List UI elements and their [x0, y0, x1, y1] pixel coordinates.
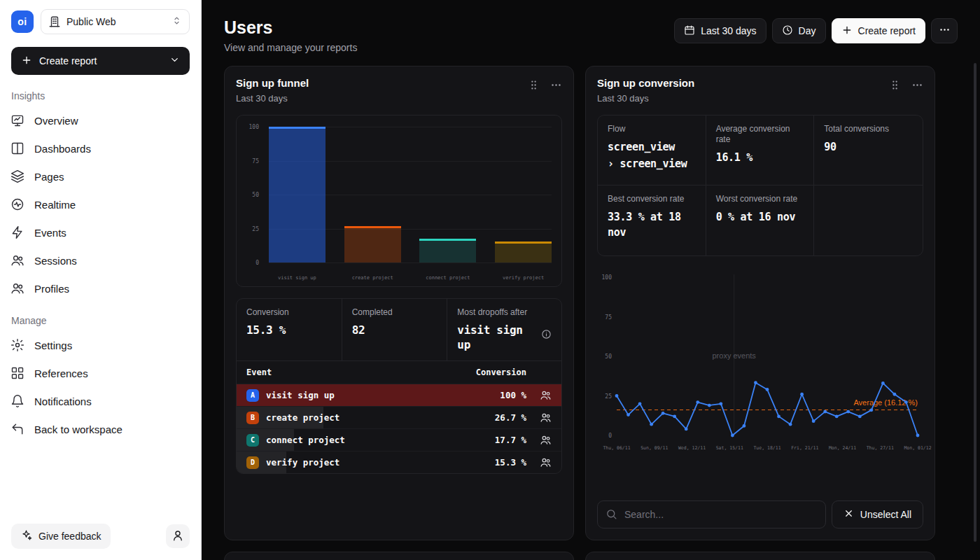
funnel-x-label: create project — [344, 275, 401, 281]
unselect-all-label: Unselect All — [860, 509, 911, 520]
page-title: Users — [224, 18, 357, 37]
card-subtitle: Last 30 days — [236, 93, 309, 104]
page-subtitle: View and manage your reports — [224, 41, 357, 55]
conversion-column-header: Conversion — [466, 368, 526, 377]
sidebar-item-settings[interactable]: Settings — [0, 331, 201, 359]
conversion-chart-svg[interactable]: 0255075100proxy eventsAverage (16.12 %)T… — [597, 270, 923, 454]
create-report-label: Create report — [39, 55, 162, 66]
sidebar-item-notifications[interactable]: Notifications — [0, 387, 201, 415]
users-icon[interactable] — [526, 456, 552, 468]
search-input[interactable] — [597, 500, 826, 528]
date-range-label: Last 30 days — [701, 25, 756, 36]
search-box — [597, 500, 826, 528]
sidebar-item-pages[interactable]: Pages — [0, 162, 201, 190]
info-icon[interactable] — [541, 329, 552, 342]
stat-total-conversions: Total conversions 90 — [814, 115, 923, 186]
stat-value-line2: › screen_view — [608, 156, 696, 172]
funnel-bar[interactable] — [495, 241, 552, 262]
funnel-table-row[interactable]: B create project 26.7 % — [237, 406, 561, 428]
users-icon[interactable] — [526, 434, 552, 446]
svg-text:50: 50 — [605, 354, 612, 360]
funnel-bars — [269, 127, 552, 262]
conversion-value: 17.7 % — [466, 435, 526, 445]
app-logo: oi — [11, 10, 34, 33]
sidebar-item-back-to-workspace[interactable]: Back to workspace — [0, 415, 201, 443]
sidebar-item-dashboards[interactable]: Dashboards — [0, 134, 201, 162]
funnel-xaxis: visit sign upcreate projectconnect proje… — [269, 275, 552, 281]
funnel-bar[interactable] — [419, 239, 476, 262]
workspace-selector[interactable]: Public Web — [41, 9, 190, 34]
svg-text:Fri, 21/11: Fri, 21/11 — [791, 445, 818, 451]
conversion-value: 15.3 % — [466, 457, 526, 468]
funnel-x-label: verify project — [495, 275, 552, 281]
give-feedback-button[interactable]: Give feedback — [11, 524, 111, 549]
stat-label: Most dropoffs after — [457, 307, 552, 318]
event-name: create project — [266, 412, 466, 423]
stat-label: Average conversion rate — [716, 124, 804, 145]
step-letter-badge: C — [246, 434, 259, 447]
references-icon — [10, 366, 24, 380]
date-range-button[interactable]: Last 30 days — [674, 18, 766, 43]
card-menu-icon[interactable] — [911, 79, 923, 94]
stat-value: 16.1 % — [716, 150, 804, 165]
sidebar-item-events[interactable]: Events — [0, 218, 201, 246]
svg-text:proxy events: proxy events — [713, 351, 757, 360]
funnel-card: Sign up funnel Last 30 days 0255075100 — [224, 66, 574, 540]
svg-text:Tue, 18/11: Tue, 18/11 — [753, 445, 780, 451]
main-content: Users View and manage your reports Last … — [202, 0, 980, 560]
create-report-header-label: Create report — [858, 25, 916, 36]
conversion-card: Sign up conversion Last 30 days Flow scr… — [585, 66, 935, 540]
users-icon[interactable] — [526, 412, 552, 424]
workspace-name: Public Web — [66, 16, 166, 27]
funnel-table-row[interactable]: C connect project 17.7 % — [237, 428, 561, 451]
stat-value: visit sign up — [457, 323, 537, 352]
header-actions: Last 30 days Day Create report — [674, 18, 958, 43]
sidebar-item-sessions[interactable]: Sessions — [0, 246, 201, 274]
sidebar-item-realtime[interactable]: Realtime — [0, 190, 201, 218]
stat-conversion: Conversion 15.3 % — [237, 299, 342, 360]
funnel-table-row[interactable]: A visit sign up 100 % — [237, 384, 561, 406]
stat-most-dropoffs: Most dropoffs after visit sign up — [447, 299, 561, 360]
stat-label: Completed — [352, 307, 438, 318]
stat-label: Worst conversion rate — [716, 194, 804, 204]
funnel-bar[interactable] — [269, 127, 326, 262]
stat-flow: Flow screen_view › screen_view — [598, 115, 706, 186]
drag-handle-icon[interactable] — [528, 79, 540, 94]
sidebar-item-label: Settings — [34, 340, 72, 351]
create-report-header-button[interactable]: Create report — [832, 18, 925, 43]
funnel-bar[interactable] — [344, 226, 401, 262]
drag-handle-icon[interactable] — [889, 79, 901, 94]
pages-icon — [10, 169, 24, 183]
card-menu-icon[interactable] — [550, 79, 562, 94]
svg-text:25: 25 — [605, 393, 612, 400]
sidebar-item-label: Profiles — [34, 283, 69, 295]
app: oi Public Web Create report Insights Ove… — [0, 0, 980, 560]
give-feedback-label: Give feedback — [38, 531, 102, 542]
stat-label: Best conversion rate — [608, 194, 696, 204]
stat-label: Total conversions — [824, 124, 913, 134]
stat-value: 15.3 % — [246, 323, 332, 337]
event-name: verify project — [266, 457, 466, 468]
logo-text: oi — [18, 16, 27, 27]
more-options-button[interactable] — [931, 18, 958, 43]
profile-button[interactable] — [166, 524, 190, 548]
interval-button[interactable]: Day — [772, 18, 826, 43]
step-letter-badge: D — [246, 456, 259, 469]
person-icon — [172, 529, 184, 544]
svg-text:Thu, 27/11: Thu, 27/11 — [867, 445, 894, 451]
chevrons-up-down-icon — [172, 15, 182, 28]
users-icon[interactable] — [526, 389, 552, 401]
sidebar-item-overview[interactable]: Overview — [0, 106, 201, 134]
organization-icon — [48, 15, 61, 28]
conversion-chart[interactable]: 0255075100proxy eventsAverage (16.12 %)T… — [597, 267, 923, 489]
create-report-button[interactable]: Create report — [11, 47, 190, 75]
sidebar-item-references[interactable]: References — [0, 359, 201, 387]
funnel-table-row[interactable]: D verify project 15.3 % — [237, 451, 561, 473]
sidebar: oi Public Web Create report Insights Ove… — [0, 0, 202, 560]
unselect-all-button[interactable]: Unselect All — [832, 500, 923, 528]
scrollbar[interactable] — [974, 63, 976, 542]
event-column-header: Event — [246, 368, 466, 377]
sidebar-item-profiles[interactable]: Profiles — [0, 274, 201, 302]
events-icon — [10, 225, 24, 239]
funnel-chart[interactable]: 0255075100 visit sign upcreate projectco… — [236, 115, 562, 287]
